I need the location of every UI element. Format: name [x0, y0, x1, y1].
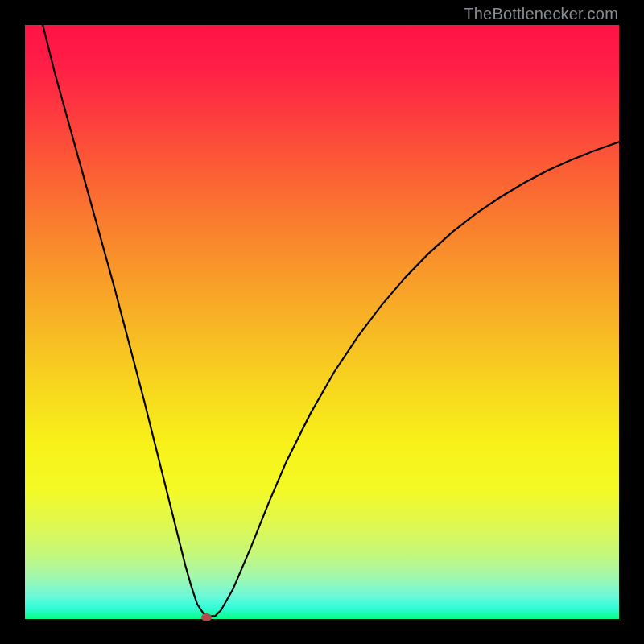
credit-text: TheBottlenecker.com	[464, 5, 618, 23]
chart-stage: TheBottlenecker.com	[0, 0, 644, 644]
bottleneck-curve	[25, 25, 619, 619]
optimal-point-marker	[201, 613, 212, 621]
plot-area	[25, 25, 619, 619]
